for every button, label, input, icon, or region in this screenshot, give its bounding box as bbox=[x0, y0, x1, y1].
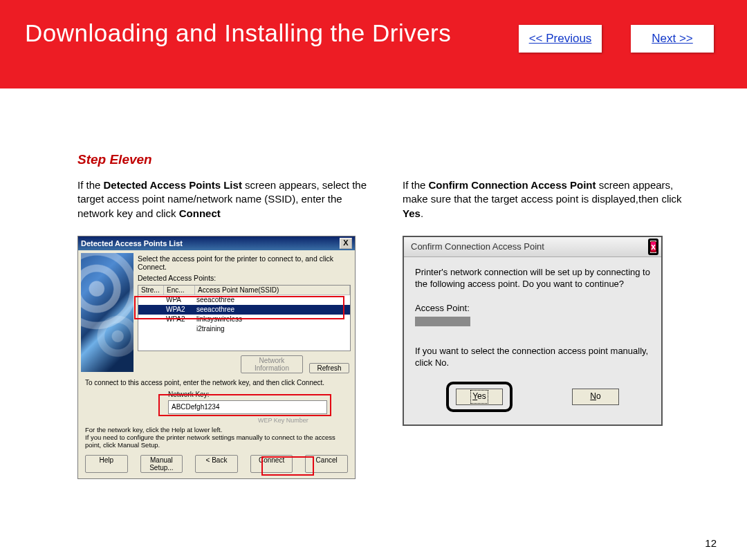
back-button[interactable]: < Back bbox=[195, 455, 238, 473]
close-button-frame: x bbox=[648, 239, 658, 255]
highlight-connect-button bbox=[261, 456, 314, 476]
wifi-graphic bbox=[81, 253, 133, 372]
highlight-network-key bbox=[158, 394, 331, 416]
connect-instruction: To connect to this access point, enter t… bbox=[85, 379, 348, 386]
page-title: Downloading and Installing the Drivers bbox=[25, 19, 451, 47]
access-point-label: Access Point: bbox=[415, 303, 650, 315]
no-button[interactable]: No bbox=[572, 389, 619, 405]
close-icon[interactable]: x bbox=[650, 241, 656, 252]
access-points-table[interactable]: Stre... Enc... Access Point Name(SSID) W… bbox=[138, 285, 351, 351]
col-ssid: Access Point Name(SSID) bbox=[195, 286, 350, 295]
dialog1-message: Select the access point for the printer … bbox=[138, 254, 351, 271]
next-button[interactable]: Next >> bbox=[631, 25, 714, 53]
access-point-value-redacted bbox=[415, 317, 470, 326]
yes-button[interactable]: Yes bbox=[456, 389, 503, 405]
col-encryption: Enc... bbox=[164, 286, 195, 295]
close-icon[interactable]: X bbox=[340, 238, 352, 249]
dialog2-title: Confirm Connection Access Point bbox=[411, 241, 544, 252]
list-label: Detected Access Points: bbox=[138, 274, 351, 282]
table-row[interactable]: i2training bbox=[138, 324, 350, 334]
dialog2-manual-note: If you want to select the connection acc… bbox=[415, 346, 650, 369]
highlight-yes: Yes bbox=[446, 382, 513, 412]
help-button[interactable]: Help bbox=[85, 455, 128, 473]
detected-access-points-dialog: Detected Access Points List X Select the… bbox=[77, 236, 356, 479]
prev-button[interactable]: << Previous bbox=[519, 25, 602, 53]
wep-key-label: WEP Key Number bbox=[258, 417, 348, 424]
dialog1-title: Detected Access Points List bbox=[81, 239, 183, 248]
refresh-button[interactable]: Refresh bbox=[309, 363, 349, 373]
manual-setup-button[interactable]: Manual Setup... bbox=[140, 455, 183, 473]
highlight-row bbox=[134, 296, 344, 319]
dialog2-message: Printer's network connection will be set… bbox=[415, 267, 650, 290]
help-note: For the network key, click the Help at l… bbox=[85, 427, 348, 449]
header-bar: Downloading and Installing the Drivers <… bbox=[0, 0, 747, 88]
left-instruction: If the Detected Access Points List scree… bbox=[77, 178, 374, 221]
col-strength: Stre... bbox=[138, 286, 164, 295]
page-number: 12 bbox=[705, 537, 717, 549]
network-info-button: Network Information bbox=[241, 355, 303, 373]
confirm-connection-dialog: Confirm Connection Access Point x Printe… bbox=[403, 236, 663, 426]
right-instruction: If the Confirm Connection Access Point s… bbox=[403, 178, 699, 221]
step-heading: Step Eleven bbox=[77, 152, 699, 167]
